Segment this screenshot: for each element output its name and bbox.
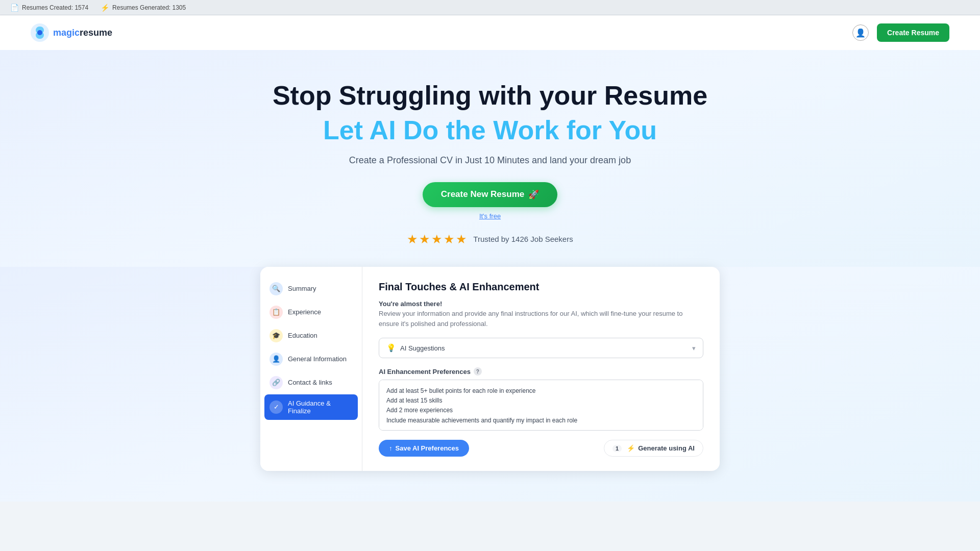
hero-headline2: Let AI Do the Work for You: [10, 115, 970, 146]
sidebar-label-education: Education: [288, 332, 317, 339]
resumes-generated-stat: ⚡ Resumes Generated: 1305: [101, 4, 186, 12]
resumes-created-label: Resumes Created: 1574: [22, 4, 88, 11]
education-icon: 🎓: [270, 329, 283, 342]
save-label: Save AI Preferences: [396, 444, 459, 452]
feature-section: 🔍 Summary 📋 Experience 🎓 Education 👤 Gen…: [0, 267, 980, 502]
sidebar-item-general[interactable]: 👤 General Information: [260, 347, 362, 371]
card-intro-text: Review your information and provide any …: [379, 310, 682, 328]
summary-icon: 🔍: [270, 282, 283, 295]
hero-section: Stop Struggling with your Resume Let AI …: [0, 50, 980, 267]
resumes-created-stat: 📄 Resumes Created: 1574: [10, 4, 88, 12]
sidebar-item-ai[interactable]: ✓ AI Guidance & Finalize: [264, 394, 358, 420]
card-intro: You're almost there! Review your informa…: [379, 299, 703, 329]
help-icon[interactable]: ?: [474, 367, 482, 375]
generate-ai-button[interactable]: 1 ⚡ Generate using AI: [604, 440, 703, 457]
sidebar-label-ai: AI Guidance & Finalize: [288, 399, 353, 415]
hero-headline1: Stop Struggling with your Resume: [10, 81, 970, 111]
trust-row: ★★★★★ Trusted by 1426 Job Seekers: [10, 232, 970, 246]
sidebar-item-education[interactable]: 🎓 Education: [260, 324, 362, 347]
lightning-generate-icon: ⚡: [627, 444, 635, 452]
save-icon: ↑: [389, 444, 393, 452]
user-icon[interactable]: 👤: [852, 24, 869, 41]
sidebar-label-summary: Summary: [288, 285, 316, 292]
generate-label: Generate using AI: [638, 444, 695, 452]
rocket-icon: 🚀: [528, 189, 539, 200]
ai-check-icon: ✓: [270, 400, 283, 414]
cta-btn-label: Create New Resume: [441, 189, 524, 199]
sidebar-label-general: General Information: [288, 355, 347, 363]
create-resume-button[interactable]: Create Resume: [877, 23, 949, 42]
sidebar-label-experience: Experience: [288, 308, 321, 316]
sidebar-item-experience[interactable]: 📋 Experience: [260, 300, 362, 324]
bulb-icon: 💡: [386, 343, 396, 353]
card-intro-bold: You're almost there!: [379, 300, 442, 308]
contact-icon: 🔗: [270, 376, 283, 389]
resumes-generated-label: Resumes Generated: 1305: [112, 4, 186, 11]
lightning-icon: ⚡: [101, 4, 109, 12]
document-icon: 📄: [10, 4, 19, 12]
sidebar-item-contact[interactable]: 🔗 Contact & links: [260, 371, 362, 394]
experience-icon: 📋: [270, 306, 283, 319]
navbar: magicresume 👤 Create Resume: [0, 15, 980, 50]
stars: ★★★★★: [407, 232, 468, 246]
ai-suggestions-dropdown[interactable]: 💡 AI Suggestions ▾: [379, 338, 703, 358]
trust-text: Trusted by 1426 Job Seekers: [473, 235, 573, 243]
top-bar: 📄 Resumes Created: 1574 ⚡ Resumes Genera…: [0, 0, 980, 15]
logo-text: magicresume: [53, 28, 112, 38]
feature-card: 🔍 Summary 📋 Experience 🎓 Education 👤 Gen…: [260, 267, 720, 471]
ai-dropdown-label: AI Suggestions: [400, 344, 445, 352]
create-new-resume-button[interactable]: Create New Resume 🚀: [423, 182, 557, 207]
ai-enhancement-text: AI Enhancement Preferences: [379, 368, 471, 375]
hero-subtext: Create a Professional CV in Just 10 Minu…: [10, 155, 970, 166]
sidebar-label-contact: Contact & links: [288, 379, 332, 386]
card-main: Final Touches & AI Enhancement You're al…: [362, 267, 720, 471]
ai-preferences-textarea[interactable]: Add at least 5+ bullet points for each r…: [379, 380, 703, 431]
card-title: Final Touches & AI Enhancement: [379, 281, 703, 293]
general-icon: 👤: [270, 353, 283, 366]
card-sidebar: 🔍 Summary 📋 Experience 🎓 Education 👤 Gen…: [260, 267, 362, 471]
ai-dropdown-left: 💡 AI Suggestions: [386, 343, 445, 353]
card-footer: ↑ Save AI Preferences 1 ⚡ Generate using…: [379, 440, 703, 457]
nav-right: 👤 Create Resume: [852, 23, 949, 42]
its-free-link[interactable]: It's free: [10, 212, 970, 220]
logo[interactable]: magicresume: [31, 23, 112, 42]
sidebar-item-summary[interactable]: 🔍 Summary: [260, 277, 362, 300]
chevron-down-icon: ▾: [692, 344, 696, 352]
svg-point-1: [37, 30, 42, 35]
ai-enhancement-label: AI Enhancement Preferences ?: [379, 367, 703, 375]
logo-icon: [31, 23, 49, 42]
generate-num: 1: [612, 445, 622, 452]
save-ai-preferences-button[interactable]: ↑ Save AI Preferences: [379, 440, 469, 457]
